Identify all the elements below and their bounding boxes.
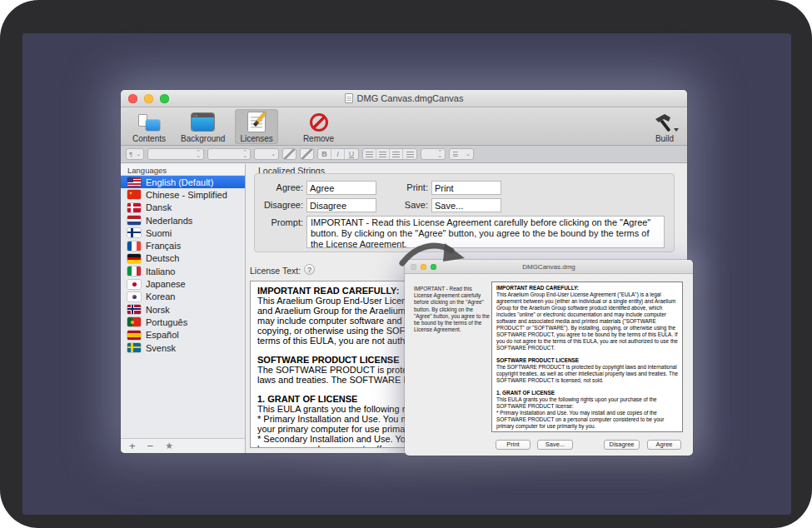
flag-icon-de [127, 254, 141, 263]
italic-button[interactable]: I [331, 149, 345, 159]
align-center-button[interactable] [376, 149, 390, 159]
close-button[interactable] [128, 94, 137, 103]
document-proxy-icon[interactable] [345, 93, 353, 103]
language-label: Suomi [146, 228, 172, 238]
minimize-button[interactable] [144, 94, 153, 103]
flag-icon-pt [127, 317, 141, 326]
align-right-button[interactable] [390, 149, 403, 159]
font-family-select[interactable]: ⌃⌄ [147, 148, 204, 160]
toolbar-item-background[interactable]: Background [176, 109, 230, 144]
save-label: Save: [385, 200, 428, 210]
flag-icon-fi [127, 228, 141, 237]
remove-language-button[interactable]: − [147, 440, 154, 452]
sidebar-item-dansk[interactable]: Dansk [121, 202, 245, 214]
languages-sidebar: Languages English (Default)Chinese - Sim… [121, 164, 246, 453]
disagree-button[interactable]: Disagree [604, 440, 640, 450]
language-label: English (Default) [146, 177, 213, 187]
licenses-icon [247, 112, 266, 132]
text-style-group: B I U [317, 148, 359, 160]
font-size-select[interactable]: ⌄ [254, 148, 279, 160]
save-field[interactable] [431, 198, 501, 212]
sidebar-item-korean[interactable]: Korean [121, 291, 245, 303]
preview-window-title: DMGCanvas.dmg [522, 263, 575, 271]
language-list: English (Default)Chinese - SimplifiedDan… [121, 176, 245, 354]
toolbar-label: Background [181, 134, 225, 143]
text-format-bar: ¶⌄ ⌃⌄ ⌃⌄ ⌄ B I U ⌃⌄ ☰⌄ [121, 146, 687, 163]
toolbar-label: Contents [132, 134, 166, 143]
sidebar-item-italiano[interactable]: Italiano [121, 265, 245, 277]
background-color-well[interactable] [300, 148, 314, 160]
main-toolbar: Contents Background Licenses [121, 107, 687, 146]
sidebar-header: Languages [121, 164, 245, 176]
sidebar-item-norsk[interactable]: Norsk [121, 303, 245, 316]
justify-button[interactable] [403, 149, 416, 159]
paragraph-styles-button[interactable]: ¶⌄ [126, 148, 144, 160]
preview-license-body: This Araelium Group End-User License Agr… [496, 291, 678, 351]
background-icon [192, 113, 214, 131]
typeface-select[interactable]: ⌃⌄ [207, 148, 251, 160]
sidebar-item-svensk[interactable]: Svensk [121, 341, 245, 354]
agree-button[interactable]: Agree [647, 440, 681, 450]
prompt-label: Prompt: [260, 217, 303, 227]
agree-field[interactable] [306, 181, 376, 195]
sidebar-item-portugu-s[interactable]: Português [121, 316, 245, 328]
device-bezel: DMG Canvas.dmgCanvas Contents Bac [0, 0, 812, 528]
window-titlebar: DMG Canvas.dmgCanvas [121, 90, 687, 107]
print-button[interactable]: Print [496, 440, 531, 450]
sidebar-item-suomi[interactable]: Suomi [121, 227, 245, 239]
contents-icon [137, 112, 162, 132]
sidebar-item-japanese[interactable]: Japanese [121, 277, 245, 290]
sidebar-item-fran-ais[interactable]: Français [121, 239, 245, 252]
preview-license-heading: IMPORTANT READ CAREFULLY: [496, 285, 678, 291]
text-color-well[interactable] [282, 148, 296, 160]
license-text-label: License Text: [250, 266, 301, 276]
language-label: Nederlands [146, 216, 192, 226]
sidebar-bottom-bar: + − ★ [121, 438, 245, 453]
flag-icon-no [127, 305, 141, 314]
toolbar-item-licenses[interactable]: Licenses [235, 109, 277, 144]
sidebar-item-chinese-simplified[interactable]: Chinese - Simplified [121, 188, 245, 201]
print-label: Print: [385, 182, 428, 192]
sidebar-item-nederlands[interactable]: Nederlands [121, 214, 245, 227]
bold-button[interactable]: B [318, 149, 331, 159]
preview-traffic-lights [411, 264, 436, 270]
language-label: Italiano [146, 266, 175, 276]
preview-license-body: The SOFTWARE PRODUCT is protected by cop… [496, 364, 678, 384]
sidebar-item-espa-ol[interactable]: Español [121, 329, 245, 341]
flag-icon-it [127, 266, 141, 276]
toolbar-item-remove[interactable]: Remove [298, 109, 339, 144]
underline-button[interactable]: U [345, 149, 358, 159]
default-language-button[interactable]: ★ [165, 441, 173, 451]
help-button[interactable]: ? [304, 264, 315, 275]
align-left-button[interactable] [363, 149, 376, 159]
hammer-icon [652, 112, 677, 133]
window-title: DMG Canvas.dmgCanvas [357, 93, 464, 103]
chevron-down-icon [674, 128, 679, 132]
preview-license-heading: 1. GRANT OF LICENSE [496, 390, 678, 396]
window-title-area: DMG Canvas.dmgCanvas [345, 93, 464, 103]
prompt-field[interactable]: IMPORTANT - Read this License Agreement … [306, 216, 665, 248]
toolbar-item-build[interactable]: Build [647, 109, 682, 144]
print-field[interactable] [431, 181, 501, 195]
sidebar-item-english-default[interactable]: English (Default) [121, 176, 245, 188]
zoom-button[interactable] [160, 94, 169, 103]
alignment-group [362, 148, 417, 160]
sidebar-item-deutsch[interactable]: Deutsch [121, 252, 245, 265]
flag-icon-nl [127, 216, 141, 225]
flag-icon-cn [127, 190, 141, 199]
preview-prompt-text: IMPORTANT - Read this License Agreement … [414, 286, 491, 333]
agree-label: Agree: [260, 182, 303, 192]
flag-icon-fr [127, 242, 141, 251]
preview-license-text[interactable]: IMPORTANT READ CAREFULLY:This Araelium G… [491, 281, 683, 432]
preview-zoom-button[interactable] [431, 264, 436, 270]
list-style-select[interactable]: ☰⌄ [449, 148, 474, 160]
preview-minimize-button[interactable] [421, 264, 426, 270]
disagree-field[interactable] [306, 198, 376, 212]
preview-license-body: This EULA grants you the following right… [496, 396, 678, 430]
save-button[interactable]: Save... [537, 440, 573, 450]
line-spacing-select[interactable]: ⌃⌄ [421, 148, 446, 160]
preview-close-button[interactable] [411, 264, 416, 270]
toolbar-label: Licenses [240, 134, 272, 143]
toolbar-item-contents[interactable]: Contents [127, 109, 171, 144]
add-language-button[interactable]: + [129, 440, 136, 452]
